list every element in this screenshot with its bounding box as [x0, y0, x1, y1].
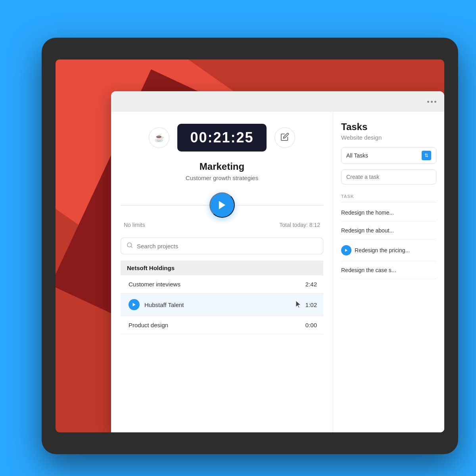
tasks-filter-label: All Tasks — [346, 152, 422, 159]
project-row-customer-interviews[interactable]: Customer inteviews 2:42 — [121, 275, 323, 294]
tasks-title: Tasks — [341, 121, 436, 132]
project-name-hubstaff: Hubstaff Talent — [144, 301, 294, 308]
right-panel: Tasks Website design All Tasks ⇅ TASK Re… — [333, 112, 444, 432]
task-row-redesign-about[interactable]: Redesign the about... — [341, 222, 436, 240]
timer-display: 00:21:25 — [177, 124, 266, 152]
divider-row — [121, 192, 323, 218]
dots-menu[interactable] — [427, 101, 436, 103]
tasks-subtitle: Website design — [341, 134, 436, 141]
dot-3 — [434, 101, 436, 103]
company-header: Netsoft Holdings — [121, 261, 323, 275]
svg-marker-3 — [133, 303, 136, 307]
svg-marker-0 — [219, 201, 225, 209]
play-section: No limits Total today: 8:12 — [121, 192, 323, 228]
svg-line-2 — [131, 246, 132, 248]
coffee-button[interactable]: ☕ — [149, 127, 169, 148]
tasks-filter-dropdown[interactable]: All Tasks ⇅ — [341, 147, 436, 164]
project-row-product-design[interactable]: Product design 0:00 — [121, 316, 323, 334]
edit-icon — [280, 132, 289, 143]
left-panel: ☕ 00:21:25 Marketing — [111, 112, 333, 432]
task-name-redesign-case: Redesign the case s... — [341, 267, 436, 273]
task-play-icon — [344, 248, 348, 252]
task-name-redesign-about: Redesign the about... — [341, 227, 436, 234]
divider-right — [235, 205, 324, 205]
search-bar[interactable] — [121, 238, 323, 254]
project-name-customer-interviews: Customer inteviews — [129, 281, 305, 288]
app-window: ☕ 00:21:25 Marketing — [111, 91, 444, 432]
play-button[interactable] — [209, 192, 235, 218]
tasks-filter-arrow-icon: ⇅ — [422, 151, 431, 160]
project-time-product-design: 0:00 — [305, 322, 317, 328]
edit-button[interactable] — [274, 127, 295, 148]
project-time-customer-interviews: 2:42 — [305, 281, 317, 288]
device-screen: ☕ 00:21:25 Marketing — [56, 60, 444, 432]
app-body: ☕ 00:21:25 Marketing — [111, 112, 444, 432]
cursor-icon — [294, 300, 302, 309]
projects-list: Netsoft Holdings Customer inteviews 2:42 — [121, 261, 323, 338]
total-today-label: Total today: 8:12 — [279, 222, 320, 228]
no-limits-label: No limits — [124, 222, 145, 228]
task-name-redesign-pricing: Redesign the pricing... — [355, 247, 436, 253]
project-time-hubstaff: 1:02 — [305, 301, 317, 308]
dot-1 — [427, 101, 429, 103]
task-row-redesign-pricing[interactable]: Redesign the pricing... — [341, 240, 436, 261]
coffee-icon: ☕ — [154, 133, 164, 142]
divider-left — [121, 205, 209, 205]
project-play-icon — [132, 302, 136, 307]
svg-marker-4 — [345, 249, 347, 252]
company-group-netsoft: Netsoft Holdings Customer inteviews 2:42 — [121, 261, 323, 334]
stats-row: No limits Total today: 8:12 — [121, 222, 323, 228]
play-icon — [217, 200, 228, 211]
search-icon — [127, 242, 133, 250]
project-name: Marketing — [200, 161, 244, 172]
project-play-btn-hubstaff[interactable] — [129, 299, 140, 310]
task-row-redesign-case[interactable]: Redesign the case s... — [341, 261, 436, 279]
task-name-redesign-home: Redesign the home... — [341, 209, 436, 216]
app-header — [111, 91, 444, 112]
tasks-column-header: TASK — [341, 191, 436, 202]
project-desc: Customer growth strategies — [186, 175, 258, 181]
timer-row: ☕ 00:21:25 — [121, 124, 323, 152]
project-name-product-design: Product design — [129, 322, 305, 328]
task-row-redesign-home[interactable]: Redesign the home... — [341, 204, 436, 222]
project-row-hubstaff-talent[interactable]: Hubstaff Talent 1:02 — [121, 294, 323, 316]
device-frame: ☕ 00:21:25 Marketing — [42, 38, 458, 454]
create-task-input[interactable] — [341, 169, 436, 184]
dot-2 — [431, 101, 433, 103]
task-play-btn-pricing[interactable] — [341, 245, 351, 255]
search-input[interactable] — [137, 243, 317, 250]
